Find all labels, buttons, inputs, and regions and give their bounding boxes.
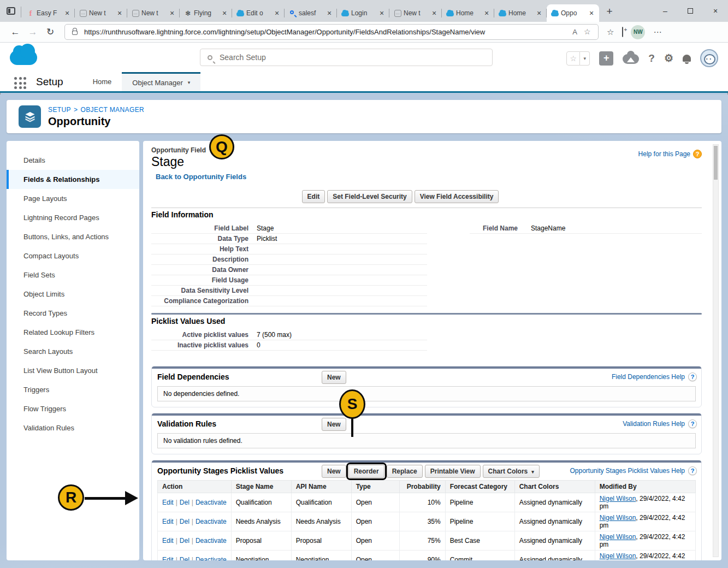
edit-button[interactable]: Edit	[302, 190, 325, 203]
new-dependency-button[interactable]: New	[322, 371, 346, 384]
tab-close-icon[interactable]: ×	[168, 9, 176, 17]
help-question-icon[interactable]: ?	[688, 466, 697, 475]
help-question-icon[interactable]: ?	[688, 419, 697, 428]
deactivate-link[interactable]: Deactivate	[196, 518, 227, 525]
quick-create-icon[interactable]: +	[599, 51, 613, 66]
forward-button[interactable]: →	[24, 27, 42, 38]
browser-tab-new-1[interactable]: ...New t×	[75, 4, 127, 22]
favorites-chevron-icon[interactable]: ▾	[580, 51, 590, 66]
add-favorite-icon[interactable]: ☆	[584, 28, 592, 36]
chart-colors-button[interactable]: Chart Colors▾	[483, 465, 540, 478]
tab-close-icon[interactable]: ×	[378, 9, 386, 17]
browser-tab-flying[interactable]: ❄Flying×	[180, 4, 232, 22]
sidebar-item[interactable]: Lightning Record Pages	[7, 208, 139, 227]
browser-tab-new-3[interactable]: ...New t×	[389, 4, 442, 22]
modified-by-user-link[interactable]: Nigel Wilson	[600, 495, 636, 502]
edit-link[interactable]: Edit	[162, 499, 174, 506]
refresh-button[interactable]: ↻	[42, 26, 59, 38]
del-link[interactable]: Del	[180, 537, 190, 545]
tab-close-icon[interactable]: ×	[325, 9, 333, 17]
setup-search-box[interactable]	[200, 49, 493, 66]
tab-home[interactable]: Home	[82, 72, 122, 91]
sidebar-item[interactable]: Details	[7, 151, 139, 170]
sidebar-item[interactable]: Record Types	[7, 304, 139, 323]
tab-object-manager[interactable]: Object Manager▾	[122, 72, 200, 91]
browser-menu-icon[interactable]: ⋯	[653, 27, 661, 37]
sidebar-item[interactable]: Triggers	[7, 380, 139, 399]
browser-tab-edit[interactable]: Edit o×	[232, 4, 285, 22]
read-aloud-icon[interactable]: A	[572, 28, 577, 36]
browser-tab-easy[interactable]: fEasy F×	[22, 4, 75, 22]
url-text[interactable]: https://runthrusoftware.lightning.force.…	[84, 28, 566, 36]
sidebar-item[interactable]: List View Button Layout	[7, 361, 139, 380]
tab-close-icon[interactable]: ×	[588, 9, 595, 17]
new-stage-button[interactable]: New	[322, 465, 346, 478]
sidebar-item[interactable]: Flow Triggers	[7, 399, 139, 418]
maximize-button[interactable]	[678, 0, 703, 22]
del-link[interactable]: Del	[180, 499, 190, 506]
url-field[interactable]: https://runthrusoftware.lightning.force.…	[64, 24, 599, 40]
deactivate-link[interactable]: Deactivate	[196, 499, 227, 506]
browser-tab-opportunity-active[interactable]: Oppo×	[547, 4, 599, 22]
stages-picklist-help-link[interactable]: Opportunity Stages Picklist Values Help?	[570, 466, 697, 475]
reorder-button[interactable]: Reorder	[348, 465, 384, 478]
tab-close-icon[interactable]: ×	[221, 9, 228, 17]
favorites-icon[interactable]: ☆	[607, 27, 614, 37]
replace-button[interactable]: Replace	[387, 465, 423, 478]
sidebar-item[interactable]: Related Lookup Filters	[7, 323, 139, 342]
browser-tab-new-2[interactable]: ...New t×	[127, 4, 180, 22]
modified-by-user-link[interactable]: Nigel Wilson	[600, 552, 636, 560]
browser-tab-login[interactable]: Login×	[337, 4, 389, 22]
modified-by-user-link[interactable]: Nigel Wilson	[600, 533, 636, 541]
edit-link[interactable]: Edit	[162, 556, 174, 560]
help-for-page-link[interactable]: Help for this Page?	[638, 150, 702, 158]
notifications-bell-icon[interactable]	[683, 55, 691, 62]
close-window-button[interactable]: ×	[703, 0, 728, 22]
sidebar-item[interactable]: Compact Layouts	[7, 246, 139, 265]
validation-rules-help-link[interactable]: Validation Rules Help?	[623, 419, 697, 428]
tab-close-icon[interactable]: ×	[430, 9, 438, 17]
scrollbar-thumb[interactable]	[714, 146, 718, 180]
view-field-accessibility-button[interactable]: View Field Accessibility	[415, 190, 499, 203]
settings-gear-icon[interactable]: ⚙	[664, 52, 673, 64]
minimize-button[interactable]: –	[653, 0, 678, 22]
new-tab-button[interactable]: +	[602, 4, 617, 19]
user-avatar[interactable]	[700, 49, 718, 67]
sidebar-item[interactable]: Field Sets	[7, 265, 139, 285]
help-orange-icon[interactable]: ?	[693, 150, 702, 158]
collections-icon[interactable]	[622, 27, 623, 37]
tab-close-icon[interactable]: ×	[273, 9, 281, 17]
browser-tab-home-1[interactable]: Home×	[442, 4, 494, 22]
new-validation-rule-button[interactable]: New	[322, 418, 346, 431]
set-field-level-security-button[interactable]: Set Field-Level Security	[327, 190, 412, 203]
browser-profile-avatar[interactable]: NW	[631, 25, 645, 39]
tab-close-icon[interactable]: ×	[483, 9, 490, 17]
breadcrumb-setup-link[interactable]: SETUP	[48, 106, 71, 114]
setup-search-input[interactable]	[220, 53, 485, 62]
breadcrumb-object-manager-link[interactable]: OBJECT MANAGER	[80, 106, 144, 114]
help-question-icon[interactable]: ?	[688, 372, 697, 381]
sidebar-item[interactable]: Buttons, Links, and Actions	[7, 227, 139, 246]
del-link[interactable]: Del	[180, 518, 190, 525]
tab-close-icon[interactable]: ×	[116, 9, 123, 17]
sidebar-item[interactable]: Page Layouts	[7, 189, 139, 208]
browser-tab-home-2[interactable]: Home×	[494, 4, 547, 22]
tab-close-icon[interactable]: ×	[63, 9, 71, 17]
tab-actions-button[interactable]	[0, 0, 21, 22]
browser-tab-salesf[interactable]: salesf×	[285, 4, 337, 22]
favorite-star-icon[interactable]: ☆	[566, 51, 580, 66]
app-launcher-icon[interactable]	[14, 77, 27, 90]
edit-link[interactable]: Edit	[162, 518, 174, 525]
sidebar-item[interactable]: Fields & Relationships	[7, 170, 139, 189]
sidebar-item[interactable]: Object Limits	[7, 285, 139, 304]
field-dependencies-help-link[interactable]: Field Dependencies Help?	[612, 372, 697, 381]
favorites-widget[interactable]: ☆▾	[566, 51, 590, 66]
deactivate-link[interactable]: Deactivate	[196, 537, 227, 545]
back-button[interactable]: ←	[7, 27, 24, 38]
tab-close-icon[interactable]: ×	[535, 9, 543, 17]
sidebar-item[interactable]: Search Layouts	[7, 342, 139, 361]
printable-view-button[interactable]: Printable View	[425, 465, 481, 478]
modified-by-user-link[interactable]: Nigel Wilson	[600, 514, 636, 522]
vertical-scrollbar[interactable]	[713, 144, 719, 557]
deactivate-link[interactable]: Deactivate	[196, 556, 227, 560]
